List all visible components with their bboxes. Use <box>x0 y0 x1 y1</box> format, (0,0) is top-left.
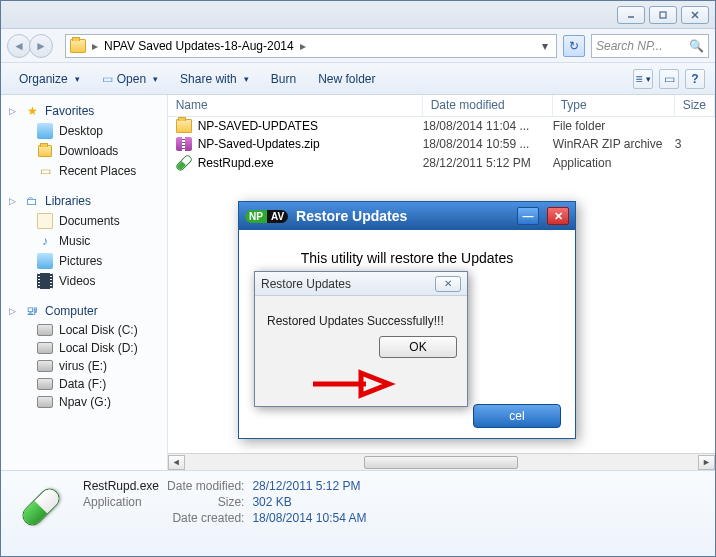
open-button[interactable]: ▭Open <box>94 69 166 89</box>
help-button[interactable]: ? <box>685 69 705 89</box>
explorer-window: ◄ ► ▸ NPAV Saved Updates-18-Aug-2014 ▸ ▾… <box>0 0 716 557</box>
scroll-thumb[interactable] <box>364 456 518 469</box>
open-icon: ▭ <box>102 72 113 86</box>
address-bar[interactable]: ▸ NPAV Saved Updates-18-Aug-2014 ▸ ▾ <box>65 34 557 58</box>
col-name[interactable]: Name <box>168 95 423 116</box>
nav-item-disk-g[interactable]: Npav (G:) <box>5 393 167 411</box>
expand-icon: ▷ <box>9 106 19 116</box>
file-row[interactable]: NP-Saved-Updates.zip 18/08/2014 10:59 ..… <box>168 135 715 153</box>
file-row[interactable]: NP-SAVED-UPDATES 18/08/2014 11:04 ...Fil… <box>168 117 715 135</box>
scroll-right-icon[interactable]: ► <box>698 455 715 470</box>
nav-item-recent[interactable]: ▭Recent Places <box>5 161 167 181</box>
nav-item-disk-c[interactable]: Local Disk (C:) <box>5 321 167 339</box>
forward-button[interactable]: ► <box>29 34 53 58</box>
col-date[interactable]: Date modified <box>423 95 553 116</box>
nav-libraries-header[interactable]: ▷🗀Libraries <box>5 191 167 211</box>
details-value: 302 KB <box>252 495 366 509</box>
dialog-title: Restore Updates <box>296 208 509 224</box>
dialog-minimize-button[interactable]: — <box>517 207 539 225</box>
recent-icon: ▭ <box>37 163 53 179</box>
refresh-button[interactable]: ↻ <box>563 35 585 57</box>
refresh-icon: ↻ <box>569 39 579 53</box>
videos-icon <box>37 273 53 289</box>
music-icon: ♪ <box>37 233 53 249</box>
new-folder-button[interactable]: New folder <box>310 69 383 89</box>
nav-item-disk-e[interactable]: virus (E:) <box>5 357 167 375</box>
disk-icon <box>37 342 53 354</box>
star-icon: ★ <box>24 103 40 119</box>
search-placeholder: Search NP... <box>596 39 662 53</box>
view-options-button[interactable]: ≡ <box>633 69 653 89</box>
search-box[interactable]: Search NP... 🔍 <box>591 34 709 58</box>
disk-icon <box>37 378 53 390</box>
disk-icon <box>37 360 53 372</box>
dialog-message: This utility will restore the Updates <box>249 250 565 266</box>
svg-rect-1 <box>660 12 666 18</box>
share-with-button[interactable]: Share with <box>172 69 257 89</box>
desktop-icon <box>37 123 53 139</box>
folder-icon <box>70 39 86 53</box>
expand-icon: ▷ <box>9 306 19 316</box>
back-button[interactable]: ◄ <box>7 34 31 58</box>
disk-icon <box>37 396 53 408</box>
organize-button[interactable]: Organize <box>11 69 88 89</box>
breadcrumb-current[interactable]: NPAV Saved Updates-18-Aug-2014 <box>104 39 294 53</box>
details-icon <box>13 479 69 535</box>
column-headers: Name Date modified Type Size <box>168 95 715 117</box>
nav-item-videos[interactable]: Videos <box>5 271 167 291</box>
libraries-icon: 🗀 <box>24 193 40 209</box>
col-type[interactable]: Type <box>553 95 675 116</box>
folder-icon <box>176 119 192 133</box>
nav-computer-header[interactable]: ▷🖳Computer <box>5 301 167 321</box>
ok-button[interactable]: OK <box>379 336 457 358</box>
preview-pane-button[interactable]: ▭ <box>659 69 679 89</box>
downloads-icon <box>37 143 53 159</box>
nav-item-downloads[interactable]: Downloads <box>5 141 167 161</box>
breadcrumb-sep-icon: ▸ <box>300 39 306 53</box>
window-close-button[interactable] <box>681 6 709 24</box>
nav-item-pictures[interactable]: Pictures <box>5 251 167 271</box>
details-pane: RestRupd.exe Date modified: 28/12/2011 5… <box>1 470 715 556</box>
documents-icon <box>37 213 53 229</box>
horizontal-scrollbar[interactable]: ◄ ► <box>168 453 715 470</box>
nav-item-documents[interactable]: Documents <box>5 211 167 231</box>
details-label: Date modified: <box>167 479 244 493</box>
dialog-titlebar: Restore Updates ✕ <box>255 272 467 296</box>
nav-back-forward: ◄ ► <box>7 32 59 60</box>
disk-icon <box>37 324 53 336</box>
pictures-icon <box>37 253 53 269</box>
titlebar <box>1 1 715 29</box>
address-drop-icon[interactable]: ▾ <box>538 39 552 53</box>
address-row: ◄ ► ▸ NPAV Saved Updates-18-Aug-2014 ▸ ▾… <box>1 29 715 63</box>
nav-item-desktop[interactable]: Desktop <box>5 121 167 141</box>
cancel-button[interactable]: cel <box>473 404 561 428</box>
breadcrumb-sep-icon: ▸ <box>92 39 98 53</box>
details-value: 28/12/2011 5:12 PM <box>252 479 366 493</box>
dialog-message: Restored Updates Successfully!!! <box>255 296 467 336</box>
file-row[interactable]: RestRupd.exe 28/12/2011 5:12 PMApplicati… <box>168 153 715 173</box>
search-icon: 🔍 <box>689 39 704 53</box>
npav-logo-icon: NPAV <box>245 210 288 223</box>
window-maximize-button[interactable] <box>649 6 677 24</box>
dialog-close-button[interactable]: ✕ <box>435 276 461 292</box>
exe-icon <box>176 155 192 171</box>
window-minimize-button[interactable] <box>617 6 645 24</box>
burn-button[interactable]: Burn <box>263 69 304 89</box>
toolbar: Organize ▭Open Share with Burn New folde… <box>1 63 715 95</box>
dialog-title: Restore Updates <box>261 277 435 291</box>
zip-icon <box>176 137 192 151</box>
annotation-arrow-icon <box>311 369 391 402</box>
scroll-left-icon[interactable]: ◄ <box>168 455 185 470</box>
nav-item-music[interactable]: ♪Music <box>5 231 167 251</box>
nav-favorites-header[interactable]: ▷★Favorites <box>5 101 167 121</box>
nav-item-disk-f[interactable]: Data (F:) <box>5 375 167 393</box>
details-label: Date created: <box>167 511 244 525</box>
details-filetype: Application <box>83 495 159 509</box>
dialog-close-button[interactable]: ✕ <box>547 207 569 225</box>
details-label: Size: <box>167 495 244 509</box>
col-size[interactable]: Size <box>675 95 715 116</box>
nav-item-disk-d[interactable]: Local Disk (D:) <box>5 339 167 357</box>
dialog-titlebar: NPAV Restore Updates — ✕ <box>239 202 575 230</box>
details-filename: RestRupd.exe <box>83 479 159 493</box>
nav-pane: ▷★Favorites Desktop Downloads ▭Recent Pl… <box>1 95 168 470</box>
